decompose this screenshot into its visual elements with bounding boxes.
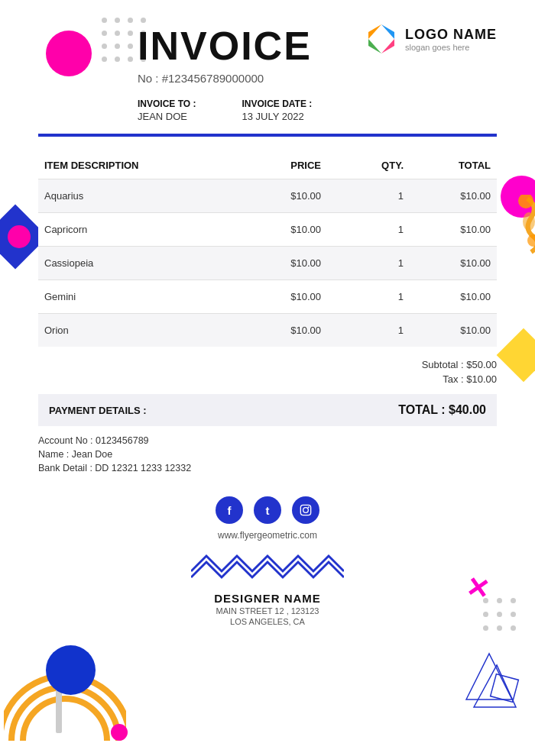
footer-address-1: MAIN STREET 12 , 123123 [0,606,535,615]
table-row: Gemini $10.00 1 $10.00 [38,280,497,314]
svg-point-15 [303,508,309,513]
col-header-price: PRICE [245,152,327,179]
payment-info: Account No : 0123456789 Name : Jean Doe … [0,426,535,473]
account-number: Account No : 0123456789 [38,435,497,446]
invoice-to-label: INVOICE TO : [138,99,196,109]
item-qty: 1 [327,213,410,247]
footer-website: www.flyergeometric.com [0,530,535,541]
item-price: $10.00 [245,280,327,314]
item-desc: Cassiopeia [38,247,245,280]
item-total: $10.00 [410,247,497,280]
item-total: $10.00 [410,179,497,213]
invoice-title: INVOICE [138,23,312,69]
deco-right-yellow [489,195,535,259]
total-amount: TOTAL : $40.00 [398,403,486,417]
svg-marker-13 [368,39,381,53]
table-row: Cassiopeia $10.00 1 $10.00 [38,247,497,280]
header: INVOICE No : #123456789000000 LOGO NAME … [0,0,535,85]
item-price: $10.00 [245,213,327,247]
svg-point-2 [523,212,535,231]
footer-designer-name: DESIGNER NAME [0,592,535,605]
item-price: $10.00 [245,247,327,280]
tax: Tax : $10.00 [38,373,497,385]
col-header-qty: QTY. [327,152,410,179]
item-desc: Aquarius [38,179,245,213]
svg-point-16 [308,506,310,508]
svg-point-6 [23,699,107,741]
invoice-date-block: INVOICE DATE : 13 JULY 2022 [242,99,312,123]
item-qty: 1 [327,280,410,314]
subtotal: Subtotal : $50.00 [38,359,497,370]
account-name: Name : Jean Doe [38,449,497,460]
item-desc: Gemini [38,280,245,314]
social-icons: f t [0,496,535,524]
item-total: $10.00 [410,213,497,247]
svg-point-1 [527,234,535,247]
footer-address-2: LOS ANGELES, CA [0,617,535,626]
col-header-total: TOTAL [410,152,497,179]
logo-slogan: slogan goes here [405,43,497,52]
invoice-meta: INVOICE TO : JEAN DOE INVOICE DATE : 13 … [0,85,535,123]
invoice-to-name: JEAN DOE [138,111,187,122]
table-container: ITEM DESCRIPTION PRICE QTY. TOTAL Aquari… [0,137,535,347]
facebook-icon[interactable]: f [216,496,243,524]
logo-icon [365,23,397,55]
instagram-icon[interactable] [292,496,319,524]
item-qty: 1 [327,247,410,280]
svg-marker-12 [381,39,394,53]
table-row: Capricorn $10.00 1 $10.00 [38,213,497,247]
deco-blue-circle [46,645,96,695]
logo-text-block: LOGO NAME slogan goes here [405,27,497,52]
item-total: $10.00 [410,280,497,314]
deco-pink-circle-bottom [111,724,128,741]
svg-rect-5 [491,674,519,703]
invoice-to-block: INVOICE TO : JEAN DOE [138,99,196,123]
svg-rect-9 [56,687,62,733]
svg-point-0 [518,195,533,208]
invoice-table: ITEM DESCRIPTION PRICE QTY. TOTAL Aquari… [38,152,497,347]
table-row: Aquarius $10.00 1 $10.00 [38,179,497,213]
bank-detail: Bank Detail : DD 12321 1233 12332 [38,463,497,473]
table-header-row: ITEM DESCRIPTION PRICE QTY. TOTAL [38,152,497,179]
table-row: Orion $10.00 1 $10.00 [38,314,497,347]
svg-marker-11 [368,24,381,39]
item-price: $10.00 [245,314,327,347]
invoice-title-block: INVOICE No : #123456789000000 [138,23,312,85]
logo-name: LOGO NAME [405,27,497,43]
totals-section: Subtotal : $50.00 Tax : $10.00 [0,347,535,385]
item-qty: 1 [327,179,410,213]
footer-wave [191,548,344,586]
invoice-date-label: INVOICE DATE : [242,99,312,109]
logo-block: LOGO NAME slogan goes here [365,23,497,55]
svg-rect-14 [300,505,310,515]
twitter-icon[interactable]: t [254,496,281,524]
deco-bottom-right [451,638,527,725]
payment-bar: PAYMENT DETAILS : TOTAL : $40.00 [38,394,497,426]
svg-marker-10 [381,24,394,39]
invoice-date-value: 13 JULY 2022 [242,111,303,122]
svg-point-7 [11,687,118,741]
item-qty: 1 [327,314,410,347]
item-total: $10.00 [410,314,497,347]
payment-label: PAYMENT DETAILS : [49,405,147,416]
item-desc: Capricorn [38,213,245,247]
item-desc: Orion [38,314,245,347]
footer-section: f t www.flyergeometric.com DESIGNER NAME… [0,496,535,626]
col-header-item: ITEM DESCRIPTION [38,152,245,179]
invoice-number: No : #123456789000000 [138,72,312,85]
item-price: $10.00 [245,179,327,213]
